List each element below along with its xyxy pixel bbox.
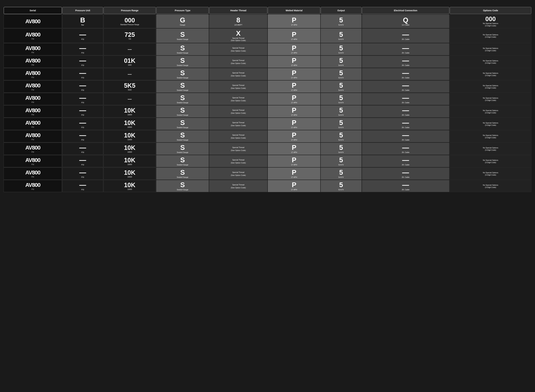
serial-value: AV800 (25, 157, 40, 163)
pr-code: 10K (105, 169, 155, 176)
oc-label: No Special Options (451, 184, 530, 186)
oc-label: No Special Options (451, 47, 530, 49)
oc-sublabel: (3-Digit Code) (451, 62, 530, 64)
pt-label: Sealed Gauge (157, 189, 208, 191)
oc-label: No Special Options (451, 22, 530, 24)
pu-letter: B (63, 17, 102, 23)
cell-pressure-type: S Sealed Gauge (156, 28, 209, 43)
cell-wetted-material: P 17-4PH (268, 68, 320, 80)
cell-options-code: No Special Options (3-Digit Code) (450, 105, 531, 117)
cell-electrical-connection: — 2ft. Cable (362, 56, 450, 68)
oc-label: No Special Options (451, 122, 530, 124)
ht-label: Special Thread(See Option Code) (231, 146, 246, 151)
out-letter: 5 (322, 45, 360, 51)
cell-wetted-material: P 17-4PH (268, 118, 320, 130)
table-row: AV800 PSI — PSI 10K10000 S Sealed Gauge … (4, 105, 531, 117)
cell-header-thread: Special Thread(See Option Code) (209, 143, 267, 155)
ec-label: 2ft. Cable (363, 189, 448, 191)
col-header-wetted-material: Wetted Material (268, 7, 320, 14)
cell-pressure-type: S Sealed Gauge (156, 168, 209, 180)
pu-sub: PSI (5, 89, 61, 91)
cell-options-code: No Special Options (3-Digit Code) (450, 93, 531, 105)
ec-letter: — (363, 157, 448, 163)
ht-label: Special Thread(See Option Code) (231, 134, 246, 139)
cell-serial: AV800 PSI (4, 118, 62, 130)
cell-options-code: No Special Options (3-Digit Code) (450, 43, 531, 55)
out-label: 5mV/V (322, 189, 360, 191)
out-label: 5mV/V (322, 64, 360, 66)
cell-serial: AV800 PSI (4, 93, 62, 105)
cell-pressure-range: 10K10000 (104, 143, 156, 155)
col-header-options-code: Options Code (450, 7, 531, 14)
cell-output: 5 5mV/V (321, 143, 361, 155)
out-label: 5mV/V (322, 77, 360, 79)
pu-sub: PSI (5, 64, 61, 66)
pu-label: PSI (63, 189, 102, 191)
ec-letter: — (363, 169, 448, 176)
table-row: AV800 PSI — PSI 10K10000 S Sealed Gauge … (4, 143, 531, 155)
out-letter: 5 (322, 31, 360, 38)
main-table: Serial Pressure Unit Pressure Range Pres… (3, 7, 532, 192)
cell-electrical-connection: — 2ft. Cable (362, 155, 450, 167)
serial-value: AV800 (25, 132, 40, 138)
ht-label: Special Thread(See Option Code) (231, 84, 246, 89)
cell-wetted-material: P 17-4PH (268, 93, 320, 105)
wm-letter: P (269, 157, 319, 163)
pr-code: 10K (105, 132, 155, 138)
cell-pressure-type: S Sealed Gauge (156, 105, 209, 117)
pu-label: PSI (63, 114, 102, 116)
cell-pressure-type: S Sealed Gauge (156, 56, 209, 68)
ec-letter: — (363, 45, 448, 51)
table-row: AV800 PSI — PSI 10K10000 S Sealed Gauge … (4, 118, 531, 130)
oc-sublabel: (3-Digit Code) (451, 137, 530, 139)
cell-pressure-range: 000 Standard Pressure Range (104, 14, 156, 28)
table-row: AV800 PSI — PSI 5K55500 S Sealed Gauge S… (4, 80, 531, 93)
wm-letter: P (269, 57, 319, 64)
cell-wetted-material: P 17-4PH (268, 143, 320, 155)
cell-wetted-material: P 17-4PH (268, 28, 320, 43)
oc-label: No Special Options (451, 159, 530, 161)
pu-sub: PSI (5, 52, 61, 53)
cell-pressure-type: S Sealed Gauge (156, 68, 209, 80)
out-label: 5mV/V (322, 114, 360, 116)
wm-letter: P (269, 144, 319, 151)
cell-pressure-unit: — PSI (62, 43, 103, 55)
pu-sub: PSI (5, 188, 61, 190)
wm-letter: P (269, 82, 319, 89)
out-letter: 5 (322, 107, 360, 114)
pu-letter: — (63, 57, 102, 64)
cell-pressure-type: S Sealed Gauge (156, 118, 209, 130)
pu-letter: — (63, 70, 102, 76)
pt-letter: G (157, 17, 208, 23)
cell-pressure-unit: — PSI (62, 68, 103, 80)
serial-value: AV800 (25, 169, 40, 176)
serial-value: AV800 (25, 70, 40, 76)
pr-code: 10K (105, 157, 155, 163)
out-letter: 5 (322, 132, 360, 139)
pt-letter: S (157, 94, 208, 101)
wm-letter: P (269, 94, 319, 101)
cell-wetted-material: P 17-4PH (268, 80, 320, 93)
cell-output: 5 5mV/V (321, 68, 361, 80)
wm-label: 17-4PH (269, 126, 319, 128)
cell-wetted-material: P 17-4PH (268, 130, 320, 142)
cell-electrical-connection: — 2ft. Cable (362, 168, 450, 180)
pu-letter: — (63, 182, 102, 188)
wm-label: 17-4PH (269, 176, 319, 178)
pu-sub: PSI (5, 139, 61, 140)
cell-pressure-range: 10K10000 (104, 130, 156, 142)
cell-wetted-material: P 17-4PH (268, 180, 320, 192)
cell-wetted-material: P 17-4PH (268, 105, 320, 117)
cell-electrical-connection: — 2ft. Cable (362, 28, 450, 43)
oc-label: No Special Options (451, 147, 530, 149)
cell-pressure-type: S Sealed Gauge (156, 80, 209, 93)
cell-options-code: No Special Options (3-Digit Code) (450, 80, 531, 93)
cell-electrical-connection: — 2ft. Cable (362, 105, 450, 117)
ec-label: 2ft. Cable (363, 176, 448, 178)
cell-output: 5 5mV/V (321, 28, 361, 43)
wm-letter: P (269, 169, 319, 176)
ht-label: Special Thread(See Option Code) (231, 171, 246, 176)
pr-label: 725 (105, 38, 155, 40)
serial-value: AV800 (25, 182, 40, 188)
pt-letter: S (157, 107, 208, 114)
